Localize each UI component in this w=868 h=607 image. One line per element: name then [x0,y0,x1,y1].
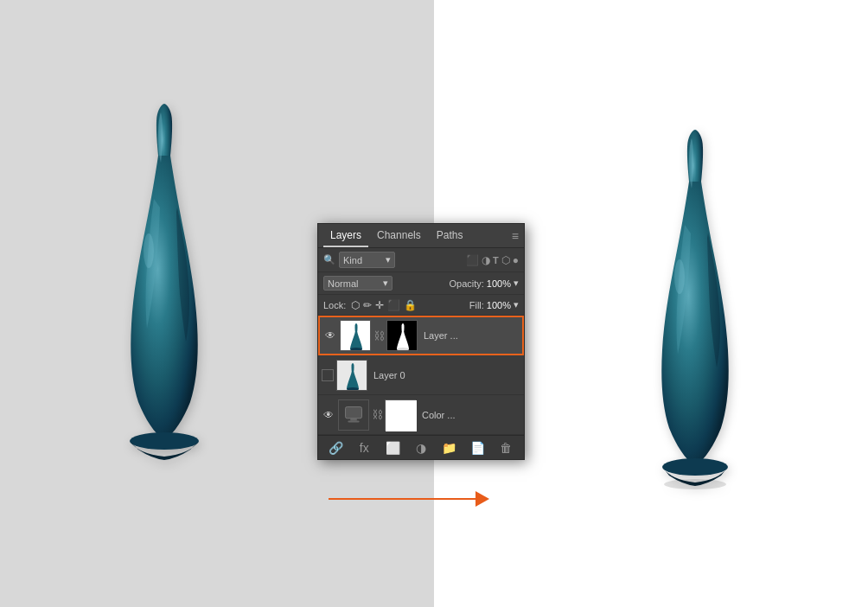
vase-left-svg [95,95,233,510]
arrow-head [475,491,489,507]
blend-mode-dropdown[interactable]: Normal ▾ [323,276,393,291]
add-adjustment-btn[interactable]: ◑ [412,438,431,457]
opacity-chevron: ▾ [514,278,519,289]
fill-value[interactable]: 100% [487,300,511,310]
new-layer-btn[interactable]: 📄 [469,438,488,457]
chain-icon-color[interactable]: ⛓ [372,406,382,424]
visibility-checkbox-layer0[interactable] [322,369,334,381]
opacity-value[interactable]: 100% [487,278,511,289]
layer0-thumbnail [336,360,367,391]
link-layers-btn[interactable]: 🔗 [326,438,345,457]
color-thumbnail [338,399,369,431]
filter-kind-label: Kind [343,255,362,265]
layer-row-0[interactable]: Layer 0 [318,355,524,395]
fill-label: Fill: [469,300,484,310]
lock-label: Lock: [323,300,346,310]
smart-filter-icon[interactable]: ● [513,254,519,266]
layer0-name: Layer 0 [373,370,520,380]
svg-rect-15 [386,400,417,431]
color-layer-name: Color ... [422,410,520,420]
add-style-btn[interactable]: fx [354,438,373,457]
layer1-mask [386,320,418,351]
lock-artboard-icon[interactable]: ⬛ [387,299,400,311]
tab-channels[interactable]: Channels [370,225,428,247]
blend-chevron: ▾ [383,278,388,289]
svg-point-10 [347,387,359,391]
before-after-arrow [329,486,519,512]
vase-before [69,52,259,553]
layer-row-1[interactable]: 👁 ⛓ Layer ... [318,316,524,355]
lock-all-icon[interactable]: 🔒 [404,299,417,311]
lock-move-icon[interactable]: ✛ [375,299,384,311]
svg-rect-13 [350,418,357,420]
pixel-filter-icon[interactable]: ⬛ [466,254,479,266]
eye-icon-color[interactable]: 👁 [322,408,335,422]
type-filter-icon[interactable]: T [493,255,499,265]
vase-right-svg [630,121,760,519]
filter-kind-dropdown[interactable]: Kind ▾ [339,252,395,268]
opacity-section: Opacity: 100% ▾ [450,278,520,289]
lock-paint-icon[interactable]: ✏ [363,299,372,311]
svg-point-1 [144,233,154,268]
filter-row: 🔍 Kind ▾ ⬛ ◑ T ⬡ ● [318,248,524,272]
svg-point-0 [130,432,199,450]
delete-layer-btn[interactable]: 🗑 [496,438,515,457]
layer-row-color[interactable]: 👁 ⛓ Color ... [318,395,524,435]
opacity-label: Opacity: [450,278,484,289]
layers-panel: Layers Channels Paths ≡ 🔍 Kind ▾ ⬛ ◑ T ⬡… [317,223,525,460]
tab-paths[interactable]: Paths [430,225,470,247]
blend-opacity-row: Normal ▾ Opacity: 100% ▾ [318,272,524,295]
lock-icons-group: ⬡ ✏ ✛ ⬛ 🔒 [351,299,417,311]
lock-transparent-icon[interactable]: ⬡ [351,299,360,311]
panel-tab-bar: Layers Channels Paths ≡ [318,224,524,248]
fill-chevron: ▾ [514,299,519,310]
add-mask-btn[interactable]: ⬜ [383,438,402,457]
filter-icons-group: ⬛ ◑ T ⬡ ● [466,254,519,266]
eye-icon-layer1[interactable]: 👁 [323,329,337,342]
layer1-thumbnail [340,320,371,351]
layer1-name: Layer ... [424,330,519,341]
svg-rect-14 [348,420,359,422]
shape-filter-icon[interactable]: ⬡ [501,254,510,266]
new-group-btn[interactable]: 📁 [440,438,459,457]
color-mask [385,399,416,431]
svg-point-8 [397,348,409,351]
vase-after [609,78,782,562]
svg-point-2 [662,458,728,476]
chain-icon-layer1[interactable]: ⛓ [373,327,384,344]
svg-point-6 [350,348,362,351]
panel-toolbar: 🔗 fx ⬜ ◑ 📁 📄 🗑 [318,435,524,459]
filter-icon: 🔍 [323,254,335,265]
blend-mode-label: Normal [328,278,358,289]
adjustment-filter-icon[interactable]: ◑ [482,254,490,266]
svg-rect-12 [346,406,362,418]
fill-section: Fill: 100% ▾ [469,299,519,310]
arrow-line [329,498,475,500]
svg-point-3 [674,259,685,294]
lock-fill-row: Lock: ⬡ ✏ ✛ ⬛ 🔒 Fill: 100% ▾ [318,295,524,316]
tab-layers[interactable]: Layers [323,225,368,247]
svg-point-4 [664,479,726,489]
panel-menu-icon[interactable]: ≡ [512,229,519,243]
filter-kind-chevron: ▾ [386,254,391,265]
